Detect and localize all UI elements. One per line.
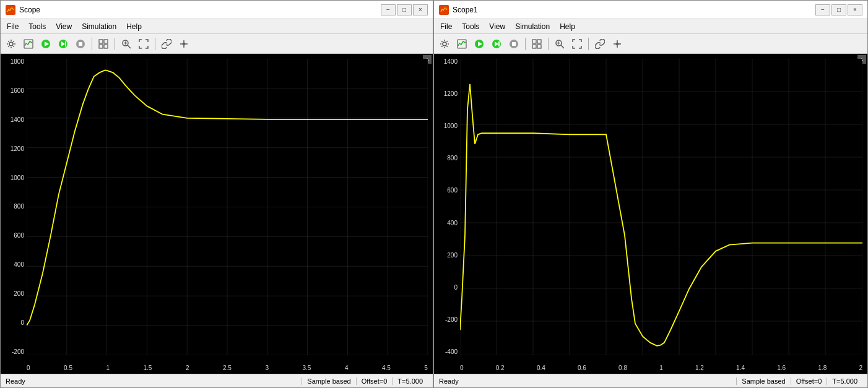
toolbar-right: [434, 34, 867, 54]
status-bar-right: Ready Sample based Offset=0 T=5.000: [434, 374, 867, 387]
toolbar-layout-left[interactable]: [95, 36, 111, 52]
maximize-button-left[interactable]: □: [397, 4, 412, 15]
plot-area-left: [27, 59, 428, 355]
x-axis-right: 0 0.2 0.4 0.6 0.8 1 1.2 1.4 1.6 1.8 2: [460, 365, 862, 371]
y-label-6: 600: [14, 233, 24, 239]
plot-svg-right: [460, 59, 862, 355]
toolbar-layout-right[interactable]: [529, 36, 545, 52]
toolbar-scope-right[interactable]: [454, 36, 470, 52]
svg-rect-7: [65, 41, 66, 46]
toolbar-play-right[interactable]: [471, 36, 487, 52]
menu-view-left[interactable]: View: [52, 21, 76, 32]
menu-simulation-left[interactable]: Simulation: [78, 21, 120, 32]
toolbar-left: [1, 34, 433, 54]
y-label-3: 1200: [11, 146, 24, 152]
status-offset-right: Offset=0: [791, 377, 827, 385]
toolbar-stop-left[interactable]: [72, 36, 89, 52]
toolbar-sep-1-right: [525, 38, 526, 50]
y-axis-left: 1800 1600 1400 1200 1000 800 600 400 200…: [1, 59, 27, 355]
y-right-label-2: 1000: [444, 123, 458, 129]
maximize-button-right[interactable]: □: [831, 4, 846, 15]
y-right-label-9: -400: [445, 349, 458, 355]
y-right-label-8: -200: [445, 317, 458, 323]
toolbar-sep-2-right: [548, 38, 549, 50]
svg-line-56: [561, 45, 564, 48]
menu-simulation-right[interactable]: Simulation: [511, 21, 553, 32]
y-label-5: 800: [14, 204, 24, 210]
status-sample-based-right: Sample based: [736, 377, 790, 385]
toolbar-link-right[interactable]: [592, 36, 608, 52]
scope-icon-left: [6, 5, 15, 15]
minimize-button-right[interactable]: −: [815, 4, 830, 15]
y-label-7: 400: [14, 262, 24, 268]
window-title-right: Scope1: [453, 6, 815, 14]
svg-rect-48: [498, 41, 500, 46]
status-ready-left: Ready: [6, 377, 302, 385]
svg-rect-50: [512, 42, 516, 46]
toolbar-fit-left[interactable]: [136, 36, 152, 52]
svg-rect-12: [99, 45, 103, 48]
status-items-left: Sample based Offset=0 T=5.000: [302, 377, 428, 385]
svg-point-42: [443, 42, 446, 46]
close-button-right[interactable]: ×: [848, 4, 862, 15]
menu-help-left[interactable]: Help: [123, 21, 145, 32]
menu-view-right[interactable]: View: [485, 21, 509, 32]
y-right-label-1: 1200: [444, 91, 458, 97]
menu-tools-right[interactable]: Tools: [458, 21, 483, 32]
toolbar-fit-right[interactable]: [569, 36, 585, 52]
y-label-0: 1800: [11, 59, 24, 65]
y-right-label-3: 800: [447, 155, 458, 162]
toolbar-settings-right[interactable]: [436, 36, 453, 52]
svg-rect-52: [537, 40, 541, 43]
menu-file-right[interactable]: File: [436, 21, 456, 32]
toolbar-zoom-left[interactable]: [118, 36, 134, 52]
toolbar-cursor-left[interactable]: [176, 36, 192, 52]
toolbar-sep-3-left: [155, 38, 155, 50]
window-controls-left: − □ ×: [381, 4, 428, 15]
toolbar-link-left[interactable]: [158, 36, 175, 52]
y-axis-right: 1400 1200 1000 800 600 400 200 0 -200 -4…: [434, 59, 460, 355]
y-label-10: -200: [12, 349, 24, 355]
toolbar-play-left[interactable]: [38, 36, 54, 52]
toolbar-sep-3-right: [588, 38, 589, 50]
toolbar-cursor-right[interactable]: [609, 36, 625, 52]
menu-help-right[interactable]: Help: [556, 21, 579, 32]
status-sample-based-left: Sample based: [302, 377, 355, 385]
svg-rect-54: [537, 45, 541, 48]
menu-file-left[interactable]: File: [3, 21, 22, 32]
y-label-1: 1600: [11, 88, 24, 94]
title-bar-left: Scope − □ ×: [1, 1, 433, 19]
plot-container-left: ▲ 1800 1600 1400 1200 1000 800 600 400 2…: [1, 54, 433, 374]
svg-point-1: [9, 42, 13, 46]
plot-container-right: ▲ 1400 1200 1000 800 600 400 200 0 -200 …: [434, 54, 867, 374]
minimize-button-left[interactable]: −: [381, 4, 396, 15]
y-right-label-5: 400: [447, 220, 458, 226]
window-controls-right: − □ ×: [815, 4, 862, 15]
toolbar-stop-right[interactable]: [506, 36, 522, 52]
toolbar-settings-left[interactable]: [3, 36, 19, 52]
title-bar-right: Scope1 − □ ×: [434, 1, 867, 19]
svg-rect-9: [79, 42, 82, 46]
status-ready-right: Ready: [439, 377, 736, 385]
toolbar-sep-1-left: [92, 38, 92, 50]
toolbar-scope-left[interactable]: [20, 36, 37, 52]
y-right-label-4: 600: [447, 188, 458, 194]
scope-icon-right: [439, 5, 449, 15]
status-offset-left: Offset=0: [356, 377, 393, 385]
status-time-right: T=5.000: [827, 377, 862, 385]
y-label-2: 1400: [11, 117, 24, 123]
toolbar-zoom-right[interactable]: [552, 36, 568, 52]
svg-rect-51: [532, 40, 536, 43]
menu-tools-left[interactable]: Tools: [25, 21, 50, 32]
signal-curve-right: [460, 84, 862, 346]
svg-line-15: [128, 45, 131, 48]
y-label-8: 200: [14, 291, 24, 297]
svg-rect-53: [532, 45, 536, 48]
status-items-right: Sample based Offset=0 T=5.000: [736, 377, 862, 385]
menu-bar-left: File Tools View Simulation Help: [1, 19, 433, 34]
close-button-left[interactable]: ×: [413, 4, 428, 15]
y-label-9: 0: [20, 320, 24, 326]
toolbar-step-left[interactable]: [55, 36, 71, 52]
toolbar-step-right[interactable]: [488, 36, 505, 52]
y-label-4: 1000: [11, 175, 24, 181]
